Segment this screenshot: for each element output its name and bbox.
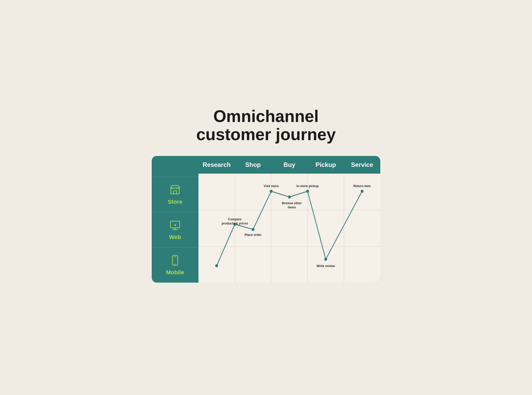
web-icon — [169, 219, 181, 232]
svg-text:products & prices: products & prices — [222, 222, 248, 226]
svg-point-16 — [251, 228, 254, 231]
svg-point-21 — [361, 190, 363, 193]
col-pickup: Pickup — [308, 161, 344, 168]
page-container: Omnichannel customer journey — [141, 97, 391, 298]
column-headers: Research Shop Buy Pickup Service — [198, 156, 380, 174]
svg-text:Visit store: Visit store — [264, 184, 279, 188]
sidebar: Store Web — [152, 156, 198, 283]
store-icon — [169, 184, 181, 196]
mobile-icon — [169, 255, 181, 267]
svg-text:Write review: Write review — [317, 264, 335, 268]
svg-point-19 — [306, 190, 309, 193]
svg-text:Place order: Place order — [244, 233, 261, 237]
svg-rect-2 — [174, 191, 177, 194]
sidebar-item-store: Store — [152, 177, 198, 212]
svg-point-17 — [270, 190, 272, 193]
col-buy: Buy — [271, 161, 308, 168]
col-service: Service — [344, 161, 380, 168]
web-label: Web — [169, 234, 181, 241]
svg-text:items: items — [288, 206, 296, 209]
chart-area: Compare products & prices Place order Vi… — [198, 174, 380, 283]
svg-point-14 — [215, 264, 218, 267]
col-shop: Shop — [235, 161, 271, 168]
sidebar-item-web: Web — [152, 212, 198, 247]
diagram-container: Store Web — [152, 156, 380, 283]
svg-point-18 — [288, 195, 291, 199]
mobile-label: Mobile — [166, 269, 184, 276]
svg-point-8 — [175, 264, 176, 265]
svg-text:In-store pickup: In-store pickup — [296, 184, 319, 188]
svg-text:Return item: Return item — [354, 184, 371, 188]
journey-chart: Compare products & prices Place order Vi… — [198, 174, 380, 283]
col-research: Research — [198, 161, 235, 168]
svg-point-6 — [174, 224, 176, 226]
svg-text:Compare: Compare — [228, 217, 242, 221]
svg-text:Browse other: Browse other — [282, 201, 302, 205]
page-title: Omnichannel customer journey — [152, 107, 380, 144]
sidebar-item-mobile: Mobile — [152, 247, 198, 283]
content-area: Research Shop Buy Pickup Service — [198, 156, 380, 283]
svg-point-20 — [324, 258, 327, 261]
store-label: Store — [168, 199, 182, 205]
